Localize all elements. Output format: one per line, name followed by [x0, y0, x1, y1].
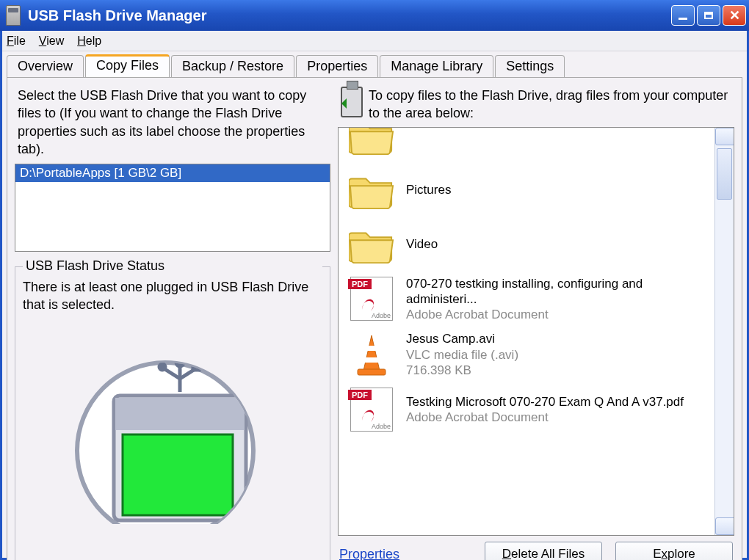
tab-strip: Overview Copy Files Backup / Restore Pro…	[2, 51, 747, 77]
copy-hint-text: To copy files to the Flash Drive, drag f…	[369, 87, 731, 123]
file-type: VLC media file (.avi)	[406, 347, 518, 363]
folder-icon	[346, 167, 397, 213]
file-name: Pictures	[406, 182, 451, 197]
menubar: File View Help	[2, 31, 747, 51]
file-list: Pictures Video PDF Adobe	[339, 128, 713, 535]
client-area: File View Help Overview Copy Files Backu…	[0, 31, 749, 560]
vlc-cone-icon	[346, 332, 397, 377]
tab-backup-restore[interactable]: Backup / Restore	[171, 55, 294, 78]
file-drop-pane[interactable]: Pictures Video PDF Adobe	[338, 127, 734, 536]
menu-file[interactable]: File	[7, 34, 26, 48]
file-item[interactable]: Video	[343, 217, 709, 272]
usb-drive-icon	[341, 87, 363, 117]
tab-panel-copy-files: Select the USB Flash Drive that you want…	[7, 77, 742, 560]
status-text: There is at least one plugged in USB Fla…	[23, 278, 322, 314]
file-type: Adobe Acrobat Document	[406, 307, 706, 322]
minimize-button[interactable]	[671, 5, 695, 26]
file-item[interactable]: Jesus Camp.avi VLC media file (.avi) 716…	[343, 327, 709, 382]
svg-point-10	[159, 364, 165, 370]
tab-copy-files[interactable]: Copy Files	[85, 54, 170, 77]
status-group-title: USB Flash Drive Status	[23, 258, 322, 274]
scroll-thumb[interactable]	[717, 148, 732, 200]
drive-listbox[interactable]: D:\PortableApps [1 GB\2 GB]	[15, 164, 330, 252]
pdf-icon: PDF Adobe	[346, 276, 397, 321]
properties-link[interactable]: Properties	[339, 547, 399, 561]
menu-help[interactable]: Help	[77, 34, 101, 48]
delete-all-files-button[interactable]: Delete All Files	[485, 542, 602, 560]
file-item[interactable]: PDF Adobe Testking Microsoft 070-270 Exa…	[343, 382, 709, 437]
titlebar: USB Flash Drive Manager ✕	[0, 0, 749, 31]
drive-select-instructions: Select the USB Flash Drive that you want…	[18, 87, 328, 158]
explore-button[interactable]: Explore	[615, 542, 733, 560]
tab-manage-library[interactable]: Manage Library	[380, 55, 493, 78]
scroll-track[interactable]	[715, 145, 734, 517]
svg-rect-12	[366, 346, 377, 351]
svg-rect-4	[123, 434, 233, 515]
drive-list-item[interactable]: D:\PortableApps [1 GB\2 GB]	[15, 164, 330, 182]
menu-view[interactable]: View	[39, 34, 64, 48]
file-name: Testking Microsoft 070-270 Exam Q And A …	[406, 394, 684, 410]
file-item[interactable]: PDF Adobe 070-270 testking installing, c…	[343, 272, 709, 327]
svg-rect-14	[358, 369, 386, 375]
tab-properties[interactable]: Properties	[296, 55, 378, 78]
action-row: Properties Delete All Files Explore	[338, 536, 734, 560]
file-name: Jesus Camp.avi	[406, 331, 518, 346]
folder-icon	[346, 222, 397, 267]
svg-rect-13	[364, 357, 379, 363]
svg-rect-3	[115, 398, 245, 430]
scroll-up-button[interactable]: ▲	[715, 128, 734, 145]
file-type: Adobe Acrobat Document	[406, 410, 684, 425]
pdf-icon: PDF Adobe	[346, 387, 397, 432]
vertical-scrollbar[interactable]: ▲ ▼	[714, 128, 734, 535]
file-size: 716.398 KB	[406, 363, 518, 378]
status-illustration	[23, 321, 322, 559]
maximize-button[interactable]	[697, 5, 720, 26]
tab-settings[interactable]: Settings	[495, 55, 565, 78]
tab-overview[interactable]: Overview	[7, 55, 84, 78]
copy-hint-row: To copy files to the Flash Drive, drag f…	[341, 87, 731, 123]
file-item[interactable]	[343, 128, 709, 163]
file-name: 070-270 testking installing, configuring…	[406, 276, 706, 308]
file-item[interactable]: Pictures	[343, 163, 709, 217]
right-column: To copy files to the Flash Drive, drag f…	[338, 85, 734, 560]
folder-icon	[346, 128, 397, 159]
status-groupbox: USB Flash Drive Status There is at least…	[15, 266, 330, 560]
close-button[interactable]: ✕	[723, 5, 746, 26]
window-title: USB Flash Drive Manager	[28, 7, 671, 24]
file-name: Video	[406, 236, 438, 252]
left-column: Select the USB Flash Drive that you want…	[15, 85, 330, 560]
scroll-down-button[interactable]: ▼	[715, 517, 734, 535]
app-icon	[6, 5, 21, 26]
